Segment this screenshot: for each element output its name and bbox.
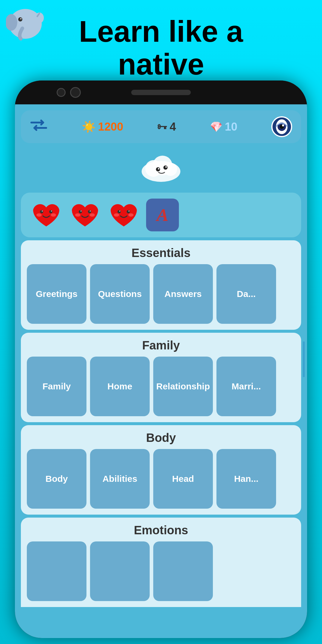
keys-value: 4	[170, 120, 176, 133]
emotion-card-1[interactable]	[27, 541, 86, 601]
avatar[interactable]	[271, 116, 292, 137]
svg-point-28	[90, 210, 91, 211]
body-section: Body Body Abilities Head Han...	[21, 425, 301, 515]
phone-notch	[15, 80, 307, 104]
heart-2	[69, 199, 101, 231]
phone-screen: ☀️ 1200 🗝 4 💎 10	[15, 104, 307, 638]
key-icon: 🗝	[157, 121, 167, 133]
svg-point-34	[129, 210, 129, 211]
emotions-grid	[27, 541, 295, 601]
svg-point-18	[165, 166, 167, 168]
stats-bar: ☀️ 1200 🗝 4 💎 10	[21, 110, 301, 143]
svg-point-36	[128, 213, 134, 217]
gem-icon: 💎	[210, 121, 222, 133]
svg-point-20	[49, 210, 52, 213]
letter-badge[interactable]: A	[146, 199, 179, 231]
svg-point-15	[156, 167, 160, 171]
emotions-title: Emotions	[27, 524, 295, 537]
emotion-card-3[interactable]	[153, 541, 213, 601]
svg-point-16	[163, 165, 168, 170]
camera-right	[70, 87, 81, 98]
essentials-grid: Greetings Questions Answers Da...	[27, 264, 295, 324]
emotions-section: Emotions	[21, 518, 301, 607]
heart-3	[107, 199, 140, 231]
svg-point-24	[51, 213, 56, 217]
svg-point-33	[119, 210, 120, 211]
camera-left	[57, 88, 66, 97]
days-card[interactable]: Da...	[216, 264, 276, 324]
sun-icon: ☀️	[82, 120, 96, 133]
svg-point-26	[88, 210, 91, 213]
phone-frame: ☀️ 1200 🗝 4 💎 10	[15, 80, 307, 638]
cloud-mascot-area	[15, 146, 307, 190]
header: Learn like a native	[0, 0, 322, 86]
family-card[interactable]: Family	[27, 357, 86, 416]
family-grid: Family Home Relationship Marri...	[27, 357, 295, 416]
family-title: Family	[27, 339, 295, 352]
svg-point-19	[40, 210, 43, 213]
svg-point-23	[36, 213, 42, 217]
emotion-card-2[interactable]	[90, 541, 150, 601]
gems-stat: 💎 10	[210, 120, 237, 133]
body-card[interactable]: Body	[27, 449, 86, 509]
essentials-title: Essentials	[27, 246, 295, 260]
svg-point-25	[79, 210, 82, 213]
mascot-elephant	[6, 3, 45, 42]
svg-point-31	[117, 210, 121, 213]
gems-value: 10	[225, 120, 237, 133]
svg-point-21	[42, 210, 43, 211]
relationship-card[interactable]: Relationship	[153, 357, 213, 416]
answers-card[interactable]: Answers	[153, 264, 213, 324]
family-section: Family Family Home Relationship Marri...	[21, 333, 301, 422]
arrows-icon	[30, 120, 48, 134]
essentials-section: Essentials Greetings Questions Answers D…	[21, 240, 301, 330]
header-title: Learn like a native	[6, 9, 316, 80]
body-title: Body	[27, 431, 295, 445]
keys-stat: 🗝 4	[157, 120, 176, 133]
scroll-indicator[interactable]	[303, 341, 305, 377]
abilities-card[interactable]: Abilities	[90, 449, 150, 509]
lives-bar: A	[21, 193, 301, 237]
head-card[interactable]: Head	[153, 449, 213, 509]
body-grid: Body Abilities Head Han...	[27, 449, 295, 509]
xp-stat: ☀️ 1200	[82, 120, 123, 133]
heart-1	[30, 199, 63, 231]
questions-card[interactable]: Questions	[90, 264, 150, 324]
svg-point-17	[158, 168, 160, 170]
hands-card[interactable]: Han...	[216, 449, 276, 509]
svg-point-32	[127, 210, 130, 213]
svg-point-29	[75, 213, 80, 217]
xp-value: 1200	[98, 120, 123, 133]
svg-point-22	[51, 210, 52, 211]
svg-point-30	[89, 213, 95, 217]
greetings-card[interactable]: Greetings	[27, 264, 86, 324]
svg-point-10	[282, 124, 284, 126]
marriage-card[interactable]: Marri...	[216, 357, 276, 416]
phone-speaker	[131, 90, 191, 95]
svg-point-2	[18, 17, 22, 21]
svg-point-3	[20, 18, 21, 19]
svg-point-27	[80, 210, 81, 211]
home-card[interactable]: Home	[90, 357, 150, 416]
svg-point-35	[114, 213, 119, 217]
